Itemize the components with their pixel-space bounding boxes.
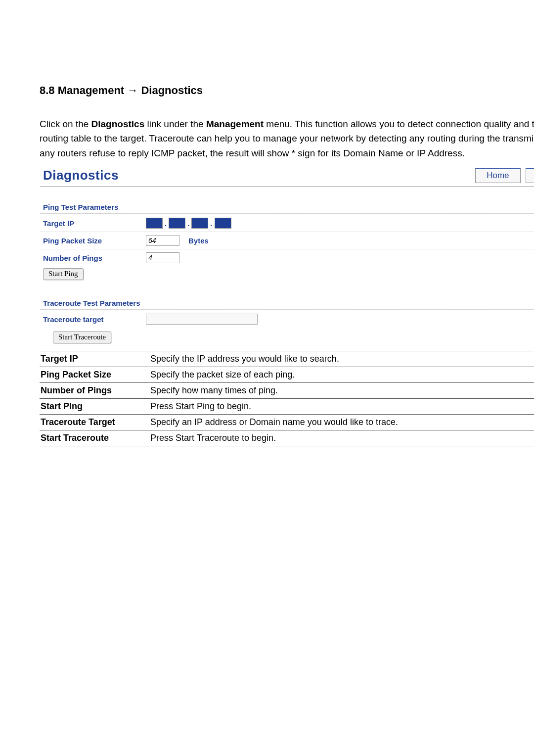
section-heading: 8.8 Management → Diagnostics <box>40 84 534 97</box>
reset-button[interactable]: Reset <box>526 168 534 183</box>
target-ip-fields: . . . <box>146 218 231 229</box>
desc-defn: Press Start Ping to begin. <box>149 399 534 415</box>
packet-size-cell: Bytes <box>146 235 209 246</box>
packet-size-input[interactable] <box>146 235 179 246</box>
row-target-ip: Target IP . . . <box>40 215 534 232</box>
desc-term: Number of Pings <box>40 383 149 399</box>
desc-term: Target IP <box>40 351 149 367</box>
ip-octet-4[interactable] <box>215 218 231 229</box>
table-row: Traceroute TargetSpecify an IP address o… <box>40 415 534 430</box>
desc-defn: Specify the packet size of each ping. <box>149 367 534 383</box>
desc-term: Start Ping <box>40 399 149 415</box>
ip-dot: . <box>165 219 167 228</box>
start-traceroute-button[interactable]: Start Traceroute <box>53 331 111 343</box>
divider <box>40 309 534 310</box>
desc-term: Ping Packet Size <box>40 367 149 383</box>
packet-size-unit: Bytes <box>188 236 209 245</box>
desc-defn: Specify how many times of ping. <box>149 383 534 399</box>
row-packet-size: Ping Packet Size Bytes <box>40 232 534 249</box>
label-packet-size: Ping Packet Size <box>40 236 146 245</box>
ping-parameters-heading: Ping Test Parameters <box>40 203 534 211</box>
label-traceroute-target: Traceroute target <box>40 315 146 324</box>
num-pings-cell <box>146 252 179 263</box>
divider <box>40 213 534 214</box>
intro-text: Click on the <box>40 119 91 129</box>
ip-octet-1[interactable] <box>146 218 163 229</box>
traceroute-target-cell <box>146 314 258 325</box>
ip-octet-2[interactable] <box>169 218 185 229</box>
home-button[interactable]: Home <box>475 168 520 183</box>
description-table: Target IPSpecify the IP address you woul… <box>40 351 534 446</box>
table-row: Start TraceroutePress Start Traceroute t… <box>40 430 534 446</box>
traceroute-button-row: Start Traceroute <box>50 330 534 343</box>
desc-defn: Specify an IP address or Domain name you… <box>149 415 534 430</box>
table-row: Number of PingsSpecify how many times of… <box>40 383 534 399</box>
desc-defn: Press Start Traceroute to begin. <box>149 430 534 446</box>
ip-dot: . <box>187 219 189 228</box>
table-row: Start PingPress Start Ping to begin. <box>40 399 534 415</box>
ip-octet-3[interactable] <box>191 218 208 229</box>
panel-buttons: Home Reset <box>475 168 534 183</box>
intro-text: link under the <box>144 119 206 129</box>
traceroute-target-input[interactable] <box>146 314 258 325</box>
panel-header: Diagnostics Home Reset <box>40 166 534 187</box>
start-ping-button[interactable]: Start Ping <box>43 268 84 280</box>
num-pings-input[interactable] <box>146 252 179 263</box>
diagnostics-screenshot: Diagnostics Home Reset Ping Test Paramet… <box>40 165 534 344</box>
row-num-pings: Number of Pings <box>40 249 534 266</box>
label-num-pings: Number of Pings <box>40 254 146 262</box>
intro-bold-diagnostics: Diagnostics <box>91 119 145 129</box>
intro-bold-management: Management <box>206 119 264 129</box>
desc-defn: Specify the IP address you would like to… <box>149 351 534 367</box>
ip-dot: . <box>210 219 212 228</box>
panel-title: Diagnostics <box>43 168 119 183</box>
table-row: Ping Packet SizeSpecify the packet size … <box>40 367 534 383</box>
row-traceroute-target: Traceroute target <box>40 311 534 328</box>
label-target-ip: Target IP <box>40 219 146 228</box>
desc-term: Start Traceroute <box>40 430 149 446</box>
traceroute-parameters-heading: Traceroute Test Parameters <box>40 299 534 307</box>
intro-paragraph: Click on the Diagnostics link under the … <box>40 117 534 160</box>
desc-term: Traceroute Target <box>40 415 149 430</box>
table-row: Target IPSpecify the IP address you woul… <box>40 351 534 367</box>
